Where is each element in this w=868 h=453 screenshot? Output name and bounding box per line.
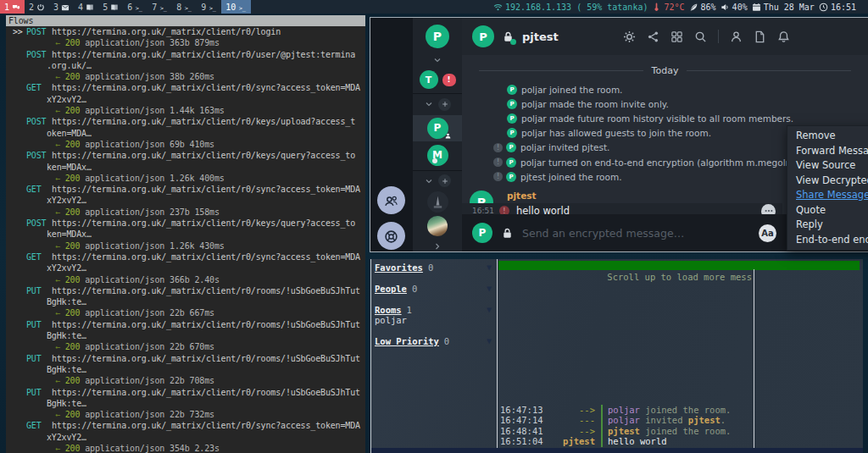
flow-response: ← 200 application/json 22b 667ms (13, 307, 365, 318)
workspace-3[interactable]: 3 (49, 0, 74, 14)
message-row[interactable]: 16:51 ! hello world (462, 203, 782, 214)
chevron-right-icon[interactable] (432, 241, 442, 251)
workspace-4[interactable]: 4 (74, 0, 98, 14)
flow-response: ← 200 application/json 363b 879ms (13, 37, 365, 48)
settings-wheel-button[interactable] (377, 222, 405, 250)
people-button[interactable] (377, 186, 405, 214)
pending-icon: ! (493, 157, 503, 167)
menu-item-end-to-end-encry[interactable]: End-to-end encry (787, 233, 868, 248)
room-entry[interactable]: M (427, 145, 448, 166)
workspace-10[interactable]: 10>_ (221, 0, 251, 14)
header-gear-icon[interactable] (623, 29, 636, 44)
workspace-number: 4 (78, 3, 83, 12)
format-button[interactable]: Aa (759, 224, 776, 242)
collapse-triangle-icon[interactable]: ▼ (487, 305, 492, 314)
selected-room-entry[interactable]: P (413, 115, 462, 141)
flow-row[interactable]: PUThttps://termina.org.uk/_matrix/client… (13, 285, 365, 296)
message-options-button[interactable] (761, 204, 776, 214)
event-avatar: P (507, 99, 517, 109)
flow-row[interactable]: GEThttps://termina.org.uk/_matrix/client… (13, 184, 365, 195)
menu-item-view-source[interactable]: View Source (787, 158, 868, 174)
add-room-button[interactable] (438, 98, 451, 111)
flow-row[interactable]: GEThttps://termina.org.uk/_matrix/client… (13, 251, 365, 262)
workspace-8[interactable]: 8>_ (172, 0, 197, 14)
menu-item-reply[interactable]: Reply (787, 218, 868, 233)
header-bell-icon[interactable] (777, 29, 790, 44)
flow-response: ← 200 application/json 69b 410ms (13, 139, 365, 150)
header-document-icon[interactable] (754, 29, 766, 44)
menu-item-forward-message[interactable]: Forward Message (787, 144, 868, 159)
status-thermometer-segment: 72°C (652, 2, 684, 13)
header-grid-icon[interactable] (670, 29, 683, 44)
log-time: 16:51:04 (500, 436, 548, 447)
collapse-triangle-icon[interactable]: ▼ (487, 262, 492, 272)
log-prefix: --> (548, 405, 595, 416)
workspace-2[interactable]: 2 (25, 0, 49, 14)
chevron-down-icon[interactable] (424, 176, 434, 186)
rail-divider (413, 170, 462, 171)
flow-row[interactable]: GEThttps://termina.org.uk/_matrix/client… (13, 82, 365, 93)
header-search-icon[interactable] (694, 29, 707, 44)
log-line: 16:47:14---poljar invited pjtest. (500, 415, 752, 426)
flow-row[interactable]: PUThttps://termina.org.uk/_matrix/client… (13, 319, 365, 330)
menu-item-share-message[interactable]: Share Message (787, 188, 868, 203)
svg-text:>_: >_ (239, 4, 247, 11)
flow-row[interactable]: PUThttps://termina.org.uk/_matrix/client… (13, 353, 365, 364)
svg-text:>_: >_ (209, 4, 217, 11)
log-message: poljar invited pjtest. (608, 415, 726, 426)
workspace-5[interactable]: 5 (98, 0, 123, 14)
timeline-event: Ppoljar made future room history visible… (462, 111, 868, 125)
flow-url-continuation: xY2xvY2… (13, 262, 365, 273)
section-controls (424, 98, 451, 111)
section-header[interactable]: People0▼ (375, 284, 496, 294)
status-speaker-segment: 40% (721, 2, 748, 13)
section-header[interactable]: Low Priority0▼ (375, 336, 496, 346)
section-header[interactable]: Rooms1▼ (375, 305, 496, 315)
chevron-down-icon[interactable] (432, 55, 442, 65)
flow-row[interactable]: GEThttps://termina.org.uk/_matrix/client… (13, 420, 365, 431)
terminal-icon: >_ (159, 3, 168, 12)
header-person-icon[interactable] (730, 29, 743, 44)
header-share-icon[interactable] (647, 29, 659, 44)
section-count: 0 (444, 336, 449, 346)
workspace-7[interactable]: 7>_ (147, 0, 172, 14)
flow-response: ← 200 application/json 1.26k 400ms (13, 173, 365, 184)
room-section-people: People0▼ (371, 284, 496, 294)
svg-text:>_: >_ (136, 4, 143, 11)
workspace-number: 6 (127, 3, 132, 12)
room-name: pjtest (522, 30, 559, 43)
flow-row[interactable]: >>POSThttps://termina.org.uk/_matrix/cli… (13, 26, 365, 37)
community-avatar-statue[interactable] (427, 191, 448, 213)
chevron-down-icon[interactable] (424, 99, 434, 109)
flow-row[interactable]: POSThttps://termina.org.uk/_matrix/clien… (13, 49, 365, 60)
account-avatar[interactable]: P (426, 25, 449, 48)
room-item[interactable]: poljar (375, 315, 496, 325)
menu-item-view-decrypted-s[interactable]: View Decrypted S (787, 174, 868, 189)
wheel-icon (384, 228, 398, 245)
workspace-6[interactable]: 6>_ (123, 0, 147, 14)
flow-row[interactable]: POSThttps://termina.org.uk/_matrix/clien… (13, 150, 365, 161)
collapse-triangle-icon[interactable]: ▼ (487, 284, 492, 293)
flow-row[interactable]: POSThttps://termina.org.uk/_matrix/clien… (13, 218, 365, 229)
section-label: Rooms (375, 305, 402, 315)
add-community-button[interactable] (438, 174, 451, 187)
collapse-triangle-icon[interactable]: ▼ (487, 336, 492, 345)
flow-url-continuation: ken=MDAx… (13, 229, 365, 240)
people-icon (384, 192, 398, 209)
menu-item-remove[interactable]: Remove (787, 129, 868, 144)
workspace-1[interactable]: 1 (0, 0, 25, 14)
room-avatar[interactable]: P (472, 25, 494, 47)
flow-url-continuation: xY2xvY2… (13, 94, 365, 105)
status-text: 192.168.1.133 ( 59% tatanka) (505, 3, 648, 12)
section-header[interactable]: Favorites0▼ (375, 262, 496, 273)
direct-chat-entry[interactable]: T ! (420, 70, 456, 89)
avatar[interactable]: T (420, 70, 438, 89)
flow-row[interactable]: PUThttps://termina.org.uk/_matrix/client… (13, 387, 365, 398)
status-text: 86% (701, 3, 716, 12)
menu-item-quote[interactable]: Quote (787, 203, 868, 218)
workspace-9[interactable]: 9>_ (197, 0, 221, 14)
message-input[interactable]: Send an encrypted message… (522, 227, 684, 240)
avatar[interactable]: M (427, 145, 448, 166)
community-avatar-art[interactable] (427, 216, 448, 236)
flow-row[interactable]: POSThttps://termina.org.uk/_matrix/clien… (13, 116, 365, 127)
